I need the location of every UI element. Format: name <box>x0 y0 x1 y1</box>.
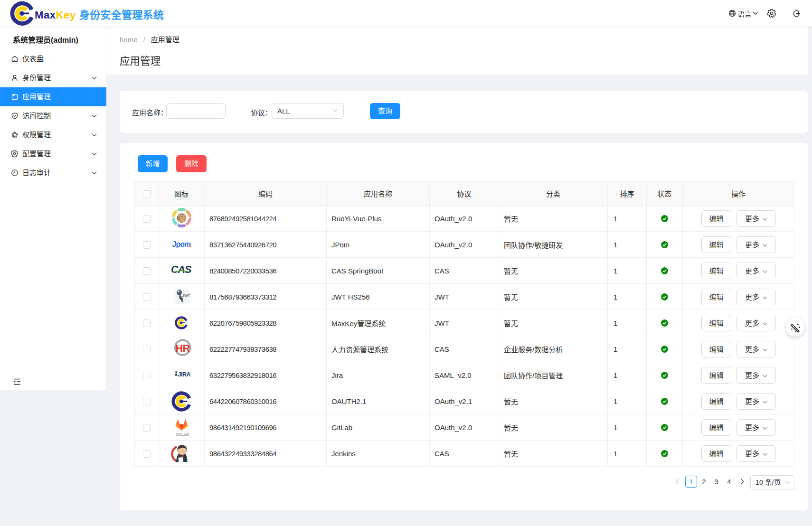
svg-text:JIRA: JIRA <box>178 371 190 378</box>
svg-text:JWT: JWT <box>182 293 190 298</box>
svg-text:CAS: CAS <box>171 264 192 275</box>
svg-text:Jpom: Jpom <box>172 240 190 248</box>
svg-text:HR: HR <box>175 343 190 354</box>
svg-text:GitLab: GitLab <box>176 432 189 437</box>
